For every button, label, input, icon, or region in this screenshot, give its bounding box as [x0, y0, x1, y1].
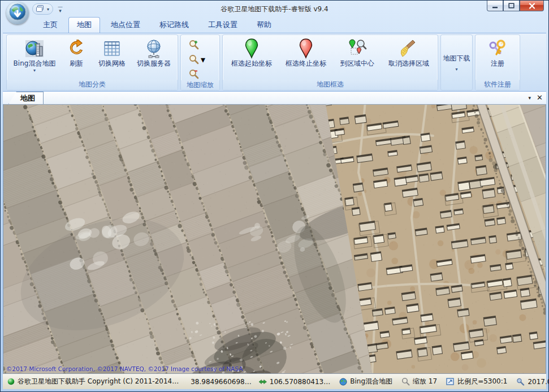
ribbon: Bing混合地图 ▾ 刷新	[3, 33, 546, 92]
window-title: 谷歌卫星地图下载助手-睿智版 v9.4	[3, 5, 546, 14]
status-zoom: 缩放 17	[397, 374, 442, 389]
button-label: 框选终止坐标	[286, 59, 326, 68]
map-download-button[interactable]: 地图下载 ▾	[440, 35, 473, 91]
grid-icon	[103, 38, 121, 59]
to-area-center-button[interactable]: 到区域中心	[333, 36, 382, 80]
keys-icon	[488, 38, 507, 59]
app-menu-button[interactable]	[6, 2, 29, 24]
select-end-coord-button[interactable]: 框选终止坐标	[279, 36, 333, 80]
tab-route[interactable]: 标记路线	[151, 17, 197, 33]
tab-location[interactable]: 地点位置	[102, 17, 149, 33]
status-scale: 比例尺=5300:1	[442, 374, 512, 389]
green-status-icon	[7, 378, 15, 385]
globe-download-icon	[8, 3, 27, 23]
zoom-in-icon	[188, 39, 200, 50]
button-label: 框选起始坐标	[231, 59, 272, 68]
group-map-category: Bing混合地图 ▾ 刷新	[6, 35, 178, 91]
chevron-down-icon: ▾	[33, 68, 36, 73]
zoom-select-icon	[188, 54, 200, 65]
green-pin-icon	[244, 38, 259, 59]
group-caption: 地图分类	[7, 80, 178, 90]
minimize-button[interactable]	[487, 1, 503, 11]
tab-settings[interactable]: 工具设置	[200, 17, 246, 33]
register-button[interactable]: 注册	[479, 36, 516, 80]
title-bar: ▾ —▾ 谷歌卫星地图下载助手-睿智版 v9.4	[3, 1, 546, 18]
maximize-button[interactable]	[503, 1, 520, 11]
horizontal-arrows-icon	[259, 378, 267, 385]
button-label: 地图下载	[443, 54, 470, 63]
status-latitude: 38.9849660698…	[183, 374, 254, 389]
group-caption: 软件注册	[475, 80, 520, 90]
map-type-value: Bing混合地图	[350, 377, 392, 386]
chevron-down-icon: ▾	[455, 67, 457, 72]
status-bar: 谷歌卫星地图下载助手 Copyright (C) 2011-2014… 38.9…	[3, 373, 546, 389]
select-start-coord-button[interactable]: 框选起始坐标	[224, 36, 279, 80]
cancel-selection-button[interactable]: 取消选择区域	[382, 36, 436, 80]
scale-icon	[446, 378, 455, 386]
document-tab-bar: 地图 ▾ ✕	[3, 92, 546, 105]
zoom-value: 缩放 17	[413, 377, 437, 386]
minimize-icon	[492, 3, 498, 8]
zoom-select-button[interactable]: ▾	[188, 53, 205, 66]
server-globe-icon	[144, 38, 164, 59]
area-center-icon	[348, 38, 367, 59]
button-label: 到区域中心	[340, 59, 374, 68]
globe-buildings-icon	[25, 38, 44, 59]
button-label: 注册	[491, 59, 504, 68]
red-pin-icon	[299, 38, 313, 59]
broom-icon	[399, 38, 418, 59]
longitude-value: 106.570880413…	[270, 378, 330, 386]
mini-globe-icon	[339, 378, 347, 386]
button-label: 刷新	[70, 59, 83, 68]
status-map-type: Bing混合地图	[335, 374, 397, 389]
date-icon	[516, 378, 525, 386]
zoom-out-icon	[188, 68, 200, 80]
group-map-selection: 框选起始坐标 框选终止坐标	[222, 35, 438, 91]
map-viewport: ©2017 Microsoft Corporation, ©2017 NAVTE…	[3, 105, 546, 373]
bing-hybrid-map-button[interactable]: Bing混合地图 ▾	[8, 36, 60, 80]
window-controls	[487, 1, 544, 11]
button-label: 切换网格	[98, 59, 126, 68]
status-app-info: 谷歌卫星地图下载助手 Copyright (C) 2011-2014…	[3, 374, 183, 389]
ribbon-tab-row: 主页 地图 地点位置 标记路线 工具设置 帮助	[3, 18, 546, 33]
group-caption: 地图缩放	[181, 80, 219, 90]
group-software-register: 注册 软件注册	[475, 35, 520, 91]
status-longitude: 106.570880413…	[254, 374, 335, 389]
app-window: ▾ —▾ 谷歌卫星地图下载助手-睿智版 v9.4 主页 地图 地点位置 标记路线…	[0, 0, 549, 392]
group-caption: 地图框选	[223, 80, 438, 90]
switch-server-button[interactable]: 切换服务器	[132, 36, 176, 80]
close-button[interactable]	[520, 1, 544, 11]
tab-close-icon[interactable]: ✕	[537, 94, 543, 101]
scale-value: 比例尺=5300:1	[457, 377, 507, 386]
status-app-text: 谷歌卫星地图下载助手 Copyright (C) 2011-2014…	[18, 377, 179, 386]
magnifier-icon	[401, 377, 410, 386]
refresh-arrow-icon	[67, 38, 86, 59]
tab-home[interactable]: 主页	[34, 17, 66, 33]
button-label: 取消选择区域	[388, 59, 429, 68]
status-date: 2017.01.19	[512, 374, 549, 389]
zoom-out-button[interactable]	[188, 68, 205, 80]
date-value: 2017.01.19	[528, 378, 549, 386]
refresh-button[interactable]: 刷新	[60, 36, 92, 80]
tab-map[interactable]: 地图	[68, 17, 100, 33]
satellite-map-canvas[interactable]	[3, 105, 546, 373]
map-attribution: ©2017 Microsoft Corporation, ©2017 NAVTE…	[6, 365, 243, 372]
latitude-value: 38.9849660698…	[191, 378, 251, 386]
tab-help[interactable]: 帮助	[248, 17, 280, 33]
maximize-icon	[508, 3, 515, 8]
group-map-zoom: ▾ 地图缩放	[180, 35, 220, 91]
chevron-down-icon: ▾	[201, 54, 205, 65]
close-icon	[529, 3, 535, 9]
tab-list-dropdown-icon[interactable]: ▾	[529, 95, 531, 101]
zoom-in-button[interactable]	[188, 38, 205, 51]
button-label: Bing混合地图	[14, 59, 56, 68]
button-label: 切换服务器	[137, 59, 171, 68]
toggle-grid-button[interactable]: 切换网格	[92, 36, 132, 80]
